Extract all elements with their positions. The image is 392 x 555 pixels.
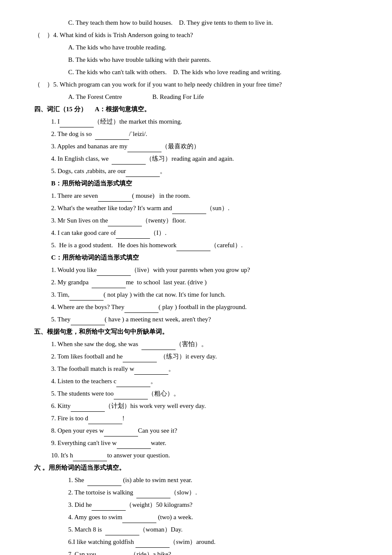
s6-2: 2. The tortoise is walking （slow）. (34, 487, 358, 498)
s4a-5: 5. Dogs, cats ,rabbits, are our。 (34, 165, 358, 177)
page-content: C. They teach them how to build houses. … (34, 17, 358, 555)
s4c-4: 4. Where are the boys? They( play ) foot… (34, 301, 358, 313)
section-6-title: 六 。用所给词的适当形式填空。 (34, 462, 358, 474)
s4b-2: 2. What's the weather like today? It's w… (34, 202, 358, 214)
s6-1: 1. She (is) able to swim next year. (34, 474, 358, 486)
s6-5: 5. March 8 is （woman）Day. (34, 524, 358, 535)
s4a-4: 4. In English class, we （练习）reading agai… (34, 153, 358, 165)
line-c-houses: C. They teach them how to build houses. … (34, 17, 358, 29)
q4-optCD: C. The kids who can't talk with others. … (34, 66, 358, 78)
s6-3: 3. Did he（weight）50 kilograms? (34, 499, 358, 511)
question-5-line: （ ）5. Which program can you work for if … (34, 79, 358, 90)
bracket-5: （ ）5. (34, 79, 60, 90)
s5-9: 9. Everything can't live wwater. (34, 437, 358, 449)
s5-4: 4. Listen to the teachers c。 (34, 376, 358, 387)
s4b-5: 5. He is a good student. He does his hom… (34, 240, 358, 251)
s4a-1: 1. I（经过）the market this morning. (34, 116, 358, 127)
section-4c-title: C：用所给动词的适当形式填空 (34, 252, 358, 263)
s6-6: 6.I like watching goldfish （swim）around. (34, 536, 358, 548)
s6-4: 4. Amy goes to swim (two) a week. (34, 512, 358, 523)
s5-7: 7. Fire is too d! (34, 413, 358, 424)
s4c-5: 5. They( have ) a meeting next week, are… (34, 314, 358, 325)
s5-1: 1. When she saw the dog, she was （害怕）。 (34, 338, 358, 350)
s5-2: 2. Tom likes football and he （练习）it ever… (34, 351, 358, 362)
s4c-1: 1. Would you like（live）with your parents… (34, 264, 358, 276)
section-4-title: 四、词汇（15 分） A：根据句意填空。 (34, 104, 358, 115)
q5-optAB: A. The Forest Centre B. Reading For Life (34, 91, 358, 103)
s4c-2: 2. My grandpa me to school last year. (d… (34, 277, 358, 288)
s4b-1: 1. There are seven( mouse) in the room. (34, 190, 358, 202)
s4a-2: 2. The dog is so /`leizi/. (34, 128, 358, 140)
s4b-4: 4. I can take good care of（I）. (34, 227, 358, 239)
bracket-4: （ ）4. (34, 29, 60, 41)
question-4-line: （ ）4. What kind of kids is Trish Anderso… (34, 29, 358, 41)
question-4-text: What kind of kids is Trish Anderson goin… (60, 29, 193, 41)
section-4b-title: B：用所给词的适当形式填空 (34, 178, 358, 189)
s5-6: 6. Kitty（计划）his work very well every day… (34, 400, 358, 412)
s5-10: 10. It's hto answer your question. (34, 450, 358, 461)
s5-8: 8. Open your eyes wCan you see it? (34, 425, 358, 436)
section-5-title: 五、根据句意，和所给中文写出句中所缺单词。 (34, 326, 358, 338)
q4-optA: A. The kids who have trouble reading. (34, 42, 358, 53)
s6-7: 7. Can you（ride）a bike? (34, 549, 358, 555)
s4a-3: 3. Apples and bananas are my（最喜欢的） (34, 141, 358, 152)
s5-5: 5. The students were too（粗心）。 (34, 388, 358, 399)
s5-3: 3. The football match is really w。 (34, 363, 358, 375)
s4c-3: 3. Tim,( not play ) with the cat now. It… (34, 289, 358, 301)
q4-optB: B. The kids who have trouble talking wit… (34, 54, 358, 66)
question-5-text: Which program can you work for if you wa… (60, 79, 282, 90)
s4b-3: 3. Mr Sun lives on the（twenty）floor. (34, 215, 358, 226)
